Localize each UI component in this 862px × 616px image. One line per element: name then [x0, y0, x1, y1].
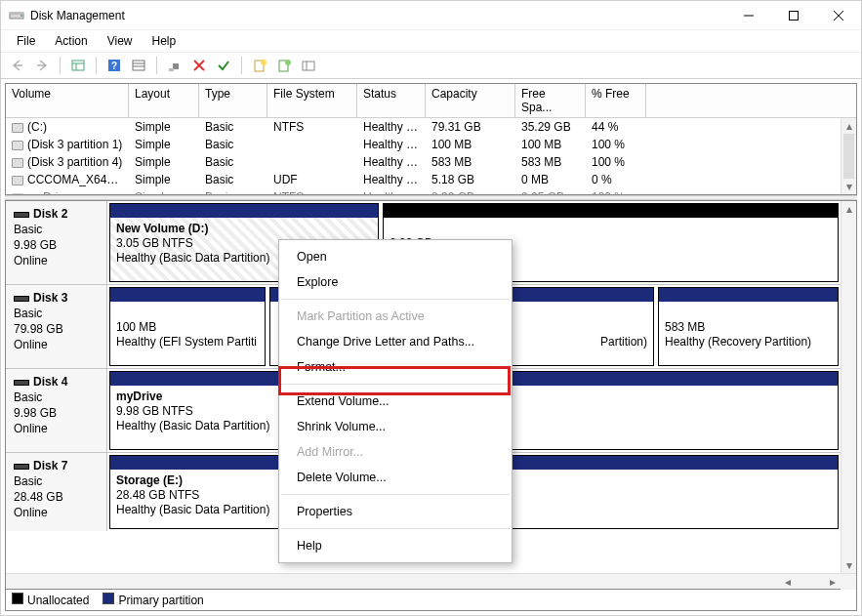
- table-row[interactable]: (Disk 3 partition 1) SimpleBasicHealthy …: [6, 136, 841, 153]
- scroll-down-icon[interactable]: ▾: [841, 179, 857, 194]
- menu-add-mirror: Add Mirror...: [279, 439, 512, 465]
- header-capacity[interactable]: Capacity: [426, 84, 515, 117]
- volume-icon: [12, 176, 23, 185]
- scroll-right-icon[interactable]: ▸: [825, 574, 841, 590]
- settings-button[interactable]: [164, 55, 185, 76]
- menu-extend-volume[interactable]: Extend Volume...: [279, 389, 512, 414]
- disk-info[interactable]: Disk 3 Basic79.98 GBOnline: [6, 285, 107, 368]
- header-free[interactable]: Free Spa...: [515, 84, 586, 117]
- menu-properties[interactable]: Properties: [279, 499, 512, 524]
- partition-bar: [110, 204, 378, 218]
- partition-bar: [659, 288, 838, 302]
- table-row[interactable]: (C:) SimpleBasicNTFSHealthy (B...79.31 G…: [6, 118, 841, 136]
- back-button[interactable]: [7, 55, 28, 76]
- check-icon[interactable]: [213, 55, 234, 76]
- header-pct[interactable]: % Free: [586, 84, 646, 117]
- svg-rect-1: [10, 13, 23, 15]
- legend-unallocated: Unallocated: [12, 593, 89, 607]
- header-volume[interactable]: Volume: [6, 84, 129, 117]
- disk-info[interactable]: Disk 7 Basic28.48 GBOnline: [6, 453, 107, 531]
- svg-point-22: [285, 60, 291, 65]
- disk-icon: [14, 212, 29, 218]
- menu-help[interactable]: Help: [143, 32, 186, 50]
- menu-explore[interactable]: Explore: [279, 269, 512, 295]
- svg-point-2: [21, 15, 22, 17]
- menu-mark-active: Mark Partition as Active: [279, 304, 512, 329]
- menu-delete-volume[interactable]: Delete Volume...: [279, 465, 512, 490]
- titlebar: Disk Management: [1, 1, 861, 30]
- volume-icon: [12, 123, 23, 133]
- partition-recovery[interactable]: 583 MBHealthy (Recovery Partition): [658, 287, 839, 366]
- partition-bar: [110, 288, 265, 302]
- legend-primary: Primary partition: [103, 593, 203, 607]
- partition-bar: [384, 204, 838, 218]
- header-blank: [646, 84, 856, 117]
- window-title: Disk Management: [30, 9, 726, 22]
- delete-icon[interactable]: [188, 55, 210, 76]
- scroll-up-icon[interactable]: ▴: [841, 201, 857, 217]
- app-icon: [9, 8, 24, 23]
- disk-icon: [14, 296, 29, 302]
- volume-list-scrollbar[interactable]: ▴ ▾: [841, 118, 856, 194]
- menu-open[interactable]: Open: [279, 244, 512, 269]
- minimize-button[interactable]: [726, 1, 771, 30]
- svg-rect-16: [169, 68, 174, 71]
- scrollbar-track[interactable]: [843, 134, 854, 179]
- partition-efi[interactable]: 100 MBHealthy (EFI System Partiti: [109, 287, 266, 366]
- disk-map-hscrollbar[interactable]: ◂ ▸: [6, 573, 856, 589]
- context-menu: Open Explore Mark Partition as Active Ch…: [278, 239, 513, 563]
- table-row[interactable]: (Disk 3 partition 4) SimpleBasicHealthy …: [6, 153, 841, 171]
- svg-rect-12: [133, 61, 144, 70]
- new-icon[interactable]: [249, 55, 270, 76]
- menu-file[interactable]: File: [7, 32, 45, 50]
- svg-rect-7: [72, 61, 84, 70]
- scroll-down-icon[interactable]: ▾: [841, 557, 857, 573]
- menu-shrink-volume[interactable]: Shrink Volume...: [279, 414, 512, 439]
- header-status[interactable]: Status: [357, 84, 426, 117]
- new2-icon[interactable]: [273, 55, 295, 76]
- scrollbar-track[interactable]: [841, 217, 856, 557]
- disk-icon: [14, 380, 29, 386]
- help-button[interactable]: ?: [103, 55, 125, 76]
- table-header: Volume Layout Type File System Status Ca…: [6, 84, 856, 118]
- volume-icon: [12, 158, 23, 168]
- show-hide-button[interactable]: [67, 55, 89, 76]
- disk-management-window: Disk Management File Action View Help ?: [0, 0, 862, 616]
- menu-format[interactable]: Format...: [279, 354, 512, 380]
- maximize-button[interactable]: [771, 1, 816, 30]
- volume-icon: [12, 141, 23, 150]
- menu-help[interactable]: Help: [279, 533, 512, 558]
- disk-icon: [14, 464, 29, 470]
- menubar: File Action View Help: [1, 30, 861, 52]
- disk-map-scrollbar[interactable]: ▴ ▾: [841, 201, 856, 573]
- svg-rect-23: [303, 62, 314, 70]
- menu-view[interactable]: View: [98, 32, 143, 50]
- disk-info[interactable]: Disk 2 Basic9.98 GBOnline: [6, 201, 107, 284]
- close-button[interactable]: [816, 1, 861, 30]
- disk-info[interactable]: Disk 4 Basic9.98 GBOnline: [6, 369, 107, 452]
- header-fs[interactable]: File System: [267, 84, 357, 117]
- svg-point-20: [261, 60, 267, 65]
- header-type[interactable]: Type: [199, 84, 267, 117]
- header-layout[interactable]: Layout: [129, 84, 199, 117]
- table-row[interactable]: myDrive SimpleBasicNTFSHealthy (B...9.98…: [6, 188, 841, 194]
- menu-change-letter[interactable]: Change Drive Letter and Paths...: [279, 329, 512, 354]
- svg-text:?: ?: [111, 61, 117, 71]
- scroll-up-icon[interactable]: ▴: [841, 118, 857, 134]
- legend: Unallocated Primary partition: [5, 590, 857, 611]
- scroll-left-icon[interactable]: ◂: [780, 574, 796, 590]
- volume-list: Volume Layout Type File System Status Ca…: [5, 83, 857, 195]
- table-row[interactable]: CCCOMA_X64FRE... SimpleBasicUDFHealthy (…: [6, 171, 841, 188]
- view-options-button[interactable]: [298, 55, 319, 76]
- view-list-button[interactable]: [128, 55, 149, 76]
- forward-button[interactable]: [31, 55, 53, 76]
- svg-rect-4: [790, 11, 799, 20]
- volume-icon: [12, 193, 23, 194]
- toolbar: ?: [1, 52, 861, 79]
- menu-action[interactable]: Action: [45, 32, 97, 50]
